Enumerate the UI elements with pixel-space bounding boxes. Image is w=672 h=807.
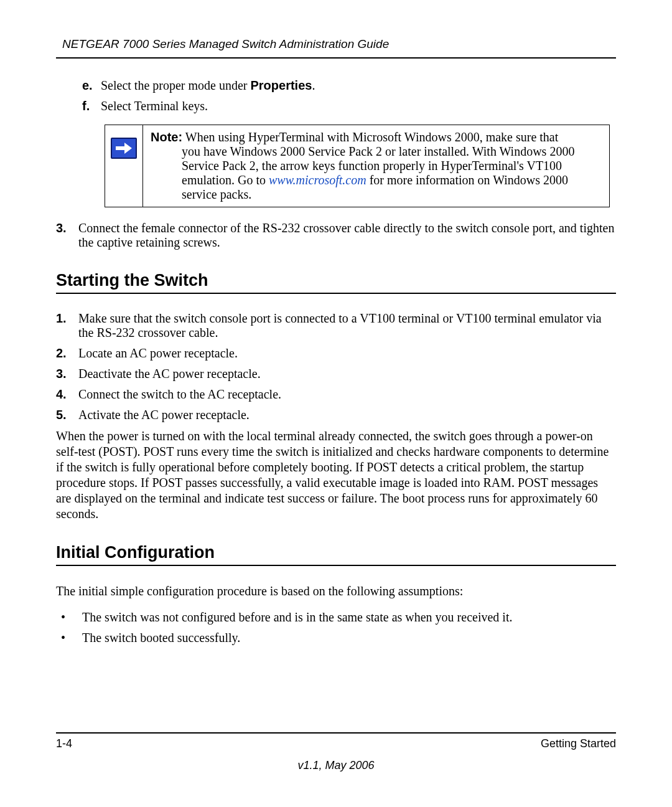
list-marker: 5. — [56, 408, 78, 422]
list-text: The switch booted successfully. — [82, 631, 240, 645]
section-heading: Initial Configuration — [56, 543, 616, 562]
page: NETGEAR 7000 Series Managed Switch Admin… — [0, 0, 672, 807]
chapter-name: Getting Started — [541, 737, 616, 750]
note-box: Note: When using HyperTerminal with Micr… — [105, 125, 610, 207]
list-item: 1. Make sure that the switch console por… — [56, 311, 616, 340]
list-item: • The switch was not configured before a… — [58, 610, 616, 625]
svg-marker-0 — [116, 143, 132, 154]
body-paragraph: When the power is turned on with the loc… — [56, 428, 616, 522]
list-marker: 3. — [56, 221, 78, 250]
list-item: 2. Locate an AC power receptacle. — [56, 346, 616, 361]
list-marker: 1. — [56, 311, 78, 340]
page-footer: 1-4 Getting Started v1.1, May 2006 — [56, 732, 616, 772]
note-text: Note: When using HyperTerminal with Micr… — [143, 125, 610, 207]
list-item: 4. Connect the switch to the AC receptac… — [56, 387, 616, 402]
list-text: Select the proper mode under Properties. — [101, 78, 315, 93]
running-header: NETGEAR 7000 Series Managed Switch Admin… — [56, 37, 616, 59]
list-item: 3. Connect the female connector of the R… — [56, 221, 616, 250]
list-text: Activate the AC power receptacle. — [78, 408, 250, 422]
list-item: f. Select Terminal keys. — [82, 99, 616, 113]
list-marker: 3. — [56, 367, 78, 381]
list-item: • The switch booted successfully. — [58, 631, 616, 645]
list-marker: 2. — [56, 346, 78, 361]
assumptions-list: • The switch was not configured before a… — [56, 610, 616, 645]
bullet-icon: • — [58, 610, 82, 625]
starting-switch-list: 1. Make sure that the switch console por… — [56, 311, 616, 422]
footer-rule — [56, 732, 616, 734]
arrow-right-icon — [111, 138, 137, 159]
sub-step-list: e. Select the proper mode under Properti… — [56, 78, 616, 113]
outer-step-list: 3. Connect the female connector of the R… — [56, 221, 616, 250]
list-marker: e. — [82, 78, 101, 93]
section-heading: Starting the Switch — [56, 271, 616, 290]
list-marker: 4. — [56, 387, 78, 402]
list-text: The switch was not configured before and… — [82, 610, 512, 625]
list-text: Locate an AC power receptacle. — [78, 346, 238, 361]
list-item: 3. Deactivate the AC power receptacle. — [56, 367, 616, 381]
section-rule — [56, 565, 616, 566]
list-text: Make sure that the switch console port i… — [78, 311, 616, 340]
version-date: v1.1, May 2006 — [56, 759, 616, 772]
page-number: 1-4 — [56, 737, 72, 750]
list-text: Select Terminal keys. — [101, 99, 208, 113]
note-icon-cell — [105, 125, 143, 207]
list-item: e. Select the proper mode under Properti… — [82, 78, 616, 93]
list-item: 5. Activate the AC power receptacle. — [56, 408, 616, 422]
note-body: you have Windows 2000 Service Pack 2 or … — [151, 144, 602, 202]
note-link[interactable]: www.microsoft.com — [269, 173, 366, 187]
section-rule — [56, 293, 616, 294]
body-paragraph: The initial simple configuration procedu… — [56, 583, 616, 599]
list-text: Deactivate the AC power receptacle. — [78, 367, 261, 381]
list-text: Connect the female connector of the RS-2… — [78, 221, 616, 250]
bullet-icon: • — [58, 631, 82, 645]
list-marker: f. — [82, 99, 101, 113]
list-text: Connect the switch to the AC receptacle. — [78, 387, 281, 402]
note-label: Note: — [151, 130, 182, 144]
